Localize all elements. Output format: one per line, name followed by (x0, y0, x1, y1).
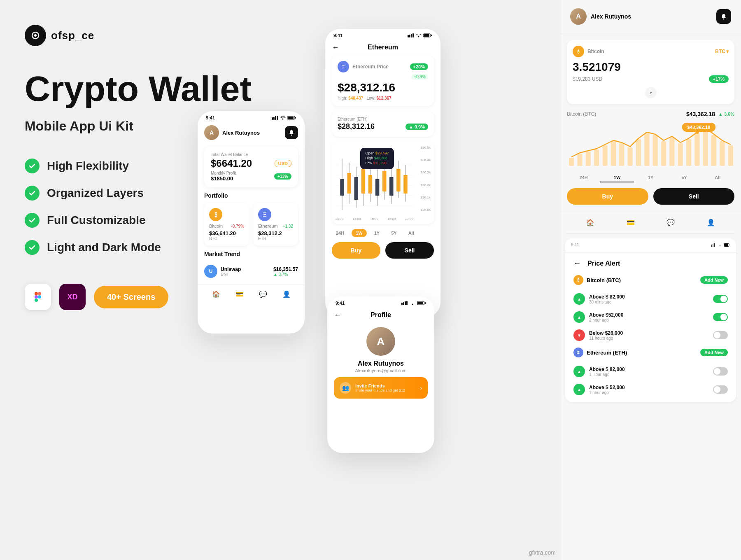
svg-rect-68 (653, 135, 658, 166)
rp-btc-icon: ₿ (573, 46, 584, 57)
sell-button[interactable]: Sell (385, 242, 434, 259)
candlestick-chart: Open $29,497 High $43,306 Low $13,298 $3… (332, 142, 434, 224)
back-button[interactable]: ← (334, 311, 341, 320)
filter-1y[interactable]: 1Y (370, 229, 384, 237)
line-chart: $43,362.18 (567, 121, 734, 170)
rp-buy-button[interactable]: Buy (567, 188, 648, 205)
eth-header: ← Ethereum (325, 40, 440, 55)
alert-toggle-4[interactable] (713, 367, 728, 376)
filter-24h[interactable]: 24H (332, 229, 348, 237)
eth-alert-icon: Ξ (573, 348, 583, 357)
svg-rect-83 (714, 243, 715, 247)
tab-1y[interactable]: 1Y (634, 173, 667, 182)
svg-rect-22 (424, 34, 429, 37)
svg-rect-19 (412, 33, 414, 37)
alert-item-4: ▲ Above $ 82,000 1 Hour ago (565, 362, 736, 380)
svg-rect-64 (619, 143, 624, 166)
pa-status-bar: 9:41 (565, 238, 736, 249)
svg-rect-38 (368, 175, 373, 194)
svg-rect-58 (569, 158, 574, 166)
svg-rect-69 (661, 141, 666, 166)
up-arrow-icon: ▲ (573, 366, 585, 377)
wallet-currency-row: $6641.20 USD (211, 158, 291, 169)
pa-back-button[interactable]: ← (573, 259, 581, 268)
svg-rect-30 (340, 179, 344, 196)
up-arrow-icon: ▲ (573, 311, 585, 323)
filter-1w[interactable]: 1W (352, 229, 367, 237)
currency-selector[interactable]: BTC ▾ (715, 49, 729, 54)
rp-nav-profile[interactable]: 👤 (706, 217, 716, 227)
back-button[interactable]: ← (332, 43, 339, 52)
status-icons (408, 33, 432, 37)
tab-1w[interactable]: 1W (600, 173, 634, 182)
filter-all[interactable]: All (404, 229, 418, 237)
filter-5y[interactable]: 5Y (387, 229, 401, 237)
svg-rect-48 (403, 175, 408, 194)
down-arrow-icon: ▼ (573, 329, 585, 341)
rp-nav-chat[interactable]: 💬 (666, 217, 676, 227)
svg-rect-3 (38, 292, 41, 295)
svg-point-15 (291, 135, 292, 136)
svg-point-57 (723, 19, 725, 20)
btc-card: ₿ Bitcoin -0.79% $36,641.20 BTC (204, 203, 249, 246)
nav-home[interactable]: 🏠 (211, 289, 221, 299)
svg-rect-4 (35, 295, 38, 299)
feature-label: Organized Layers (47, 187, 144, 200)
screens-badge: 40+ Screens (94, 286, 168, 308)
svg-rect-62 (602, 145, 607, 166)
svg-rect-17 (409, 35, 410, 37)
tab-24h[interactable]: 24H (567, 173, 600, 182)
rp-notification-icon[interactable] (716, 9, 731, 24)
svg-rect-77 (728, 145, 733, 166)
alert-toggle-3[interactable] (713, 331, 728, 339)
svg-point-80 (695, 131, 699, 134)
x-axis: 13:00 14:00 15:00 16:00 17:00 (335, 217, 413, 221)
add-new-eth[interactable]: Add New (700, 349, 728, 356)
svg-rect-32 (347, 173, 351, 194)
eth-card: Ξ Ethereum +1.32 $28,312.2 ETH (253, 203, 298, 246)
divider (567, 233, 734, 233)
check-icon (25, 240, 40, 255)
svg-rect-70 (669, 137, 674, 166)
arrow-icon: › (420, 385, 422, 391)
btc-alert-row: ₿ Bitcoin (BTC) Add New (565, 272, 736, 288)
nav-wallet[interactable]: 💳 (235, 289, 245, 299)
buy-button[interactable]: Buy (332, 242, 380, 259)
profit-row: Monthly Profit $1850.00 +13% (211, 171, 291, 182)
nav-profile[interactable]: 👤 (282, 289, 291, 299)
eth-highs: High: $40,437 Low: $12,367 (338, 96, 428, 100)
logo-area: ofsp_ce (25, 25, 292, 46)
xd-badge: XD (59, 284, 86, 310)
alert-toggle-2[interactable] (713, 313, 728, 321)
wallet-card: Total Wallet Balance $6641.20 USD Monthl… (204, 147, 298, 187)
phone1-header: A Alex Rutuynos (198, 122, 305, 143)
rp-btc-icon-label: ₿ Bitcoin (573, 46, 604, 57)
expand-button[interactable]: ▾ (645, 87, 657, 98)
nav-chat[interactable]: 💬 (258, 289, 268, 299)
svg-rect-5 (35, 299, 38, 302)
alert-toggle-5[interactable] (713, 385, 728, 394)
feature-label: Light and Dark Mode (47, 241, 161, 254)
svg-rect-13 (288, 117, 294, 119)
alert-item-5: ▲ Above $ 52,000 1 hour ago (565, 380, 736, 399)
tab-all[interactable]: All (701, 173, 734, 182)
svg-rect-10 (277, 116, 278, 120)
add-new-btc[interactable]: Add New (700, 276, 728, 284)
candle-tooltip: Open $29,497 High $43,306 Low $13,298 (360, 148, 394, 169)
svg-rect-18 (411, 34, 412, 37)
phone-nav: 🏠 💳 💬 👤 (198, 285, 305, 303)
svg-point-1 (34, 34, 37, 37)
invite-banner[interactable]: 👥 Invite Friends Invite your friends and… (334, 377, 428, 399)
tab-5y[interactable]: 5Y (667, 173, 701, 182)
svg-point-84 (720, 245, 720, 246)
rp-nav-wallet[interactable]: 💳 (626, 217, 636, 227)
eth-eth-row: $28,312.16 ▲ 0.9% (338, 122, 428, 131)
alert-toggle-1[interactable] (713, 295, 728, 303)
svg-point-20 (418, 36, 419, 37)
rp-nav-home[interactable]: 🏠 (585, 217, 595, 227)
profile-avatar: A (366, 327, 395, 356)
brand-name: ofsp_ce (51, 29, 94, 42)
svg-rect-40 (375, 179, 380, 196)
user-name: Alex Rutuynos (222, 130, 260, 136)
rp-sell-button[interactable]: Sell (653, 188, 735, 205)
